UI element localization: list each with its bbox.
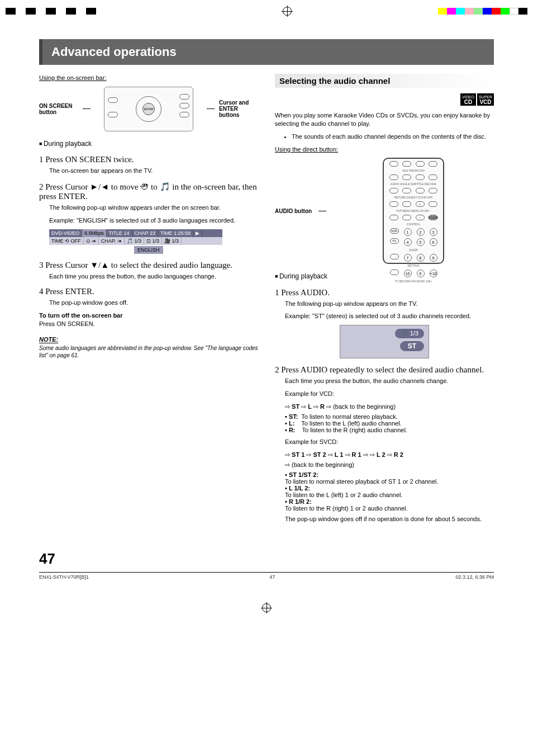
osd-cell: CHAP 23	[132, 229, 158, 237]
footer-mid: 47	[269, 574, 275, 580]
left-step1-heading: 1 Press ON SCREEN twice.	[39, 155, 258, 164]
callout-line	[318, 211, 326, 211]
osd-cell: ⊙ ➔	[84, 237, 99, 245]
left-step4-text: The pop-up window goes off.	[49, 299, 258, 307]
onscreen-button-label: ON SCREEN button	[39, 103, 78, 115]
audio-button-icon	[389, 188, 398, 193]
turnoff-text: Press ON SCREEN.	[39, 320, 258, 328]
note-heading: NOTE:	[39, 336, 58, 343]
svcd-sequence-2: ⇨ (back to the beginning)	[285, 461, 494, 469]
choice-button-icon	[108, 112, 118, 117]
mark-blocks-left	[6, 8, 136, 15]
list-item: ST: To listen to normal stereo playback.	[285, 413, 494, 420]
intro-bullet: The sounds of each audio channel depends…	[292, 133, 494, 141]
osd-cell: 🎥 1/3	[162, 237, 182, 245]
list-item: L 1/L 2:To listen to the L (left) 1 or 2…	[285, 485, 494, 498]
during-playback-left: During playback	[39, 139, 258, 148]
right-step1-text1: The following pop-up window appears on t…	[285, 300, 494, 308]
osd-cell: CHAP. ➔	[99, 237, 125, 245]
right-step2-heading: 2 Press AUDIO repeatedly to select the d…	[275, 365, 494, 375]
popup-channel: ST	[400, 341, 424, 351]
left-column: Using the on-screen bar: ON SCREEN butto…	[39, 74, 258, 528]
left-step3-text: Each time you press the button, the audi…	[49, 272, 258, 281]
left-step2-text2: Example: "ENGLISH" is selected out of 3 …	[49, 216, 258, 225]
badge-video-cd: VIDEOCD	[460, 93, 476, 106]
osd-bar-bottom: TIME ⟲ OFF ⊙ ➔ CHAP. ➔ 🎵 1/3 ⊡ 1/3 🎥 1/3	[49, 237, 222, 245]
rec-button-icon	[179, 103, 189, 108]
section-title: Selecting the audio channel	[275, 74, 494, 88]
osd-cell: ▶	[193, 229, 202, 237]
page-number: 47	[39, 550, 494, 568]
badge-super-vcd: SUPERVCD	[477, 93, 494, 106]
right-column: Selecting the audio channel VIDEOCD SUPE…	[275, 74, 494, 528]
svcd-sequence-1: ⇨ ST 1 ⇨ ST 2 ⇨ L 1 ⇨ R 1 ⇨ ⇨ L 2 ⇨ R 2	[285, 451, 494, 459]
right-step2-text: Each time you press the button, the audi…	[285, 377, 494, 385]
note-body: Some audio languages are abbreviated in …	[39, 344, 258, 359]
rds-button-icon	[179, 112, 189, 117]
osd-cell: TITLE 14	[107, 229, 132, 237]
media-badges: VIDEOCD SUPERVCD	[275, 93, 494, 106]
list-item: ST 1/ST 2:To listen to normal stereo pla…	[285, 471, 494, 485]
left-step2-text1: The following pop-up window appears unde…	[49, 204, 258, 212]
language-tag: ENGLISH	[134, 246, 163, 254]
audio-button-label: AUDIO button	[275, 208, 312, 214]
list-item: R 1/R 2:To listen to the R (right) 1 or …	[285, 498, 494, 512]
remote-diagram: AUX FM/AM DVD AUDIO ANGLE SUBTITLE DECOD…	[383, 158, 444, 264]
using-direct-heading: Using the direct button:	[275, 145, 494, 154]
dvr-button-icon	[179, 94, 189, 100]
printer-marks-top	[0, 0, 533, 22]
left-step2-heading: 2 Press Cursor ►/◄ to move 🖑 to 🎵 in the…	[39, 182, 258, 201]
on-screen-button-icon	[108, 97, 118, 103]
osd-cell: DVD-VIDEO	[49, 229, 82, 237]
footer: EN41-54TH-V70R[B]1 47 02.3.12, 6:36 PM	[39, 572, 494, 580]
list-item: L: To listen to the L (left) audio chann…	[285, 420, 494, 427]
left-step3-heading: 3 Press Cursor ▼/▲ to select the desired…	[39, 261, 258, 270]
osd-cell: ⊡ 1/3	[144, 237, 162, 245]
page-body: Advanced operations Using the on-screen …	[0, 22, 533, 597]
vcd-sequence: ⇨ ST ⇨ L ⇨ R ⇨ (back to the beginning)	[285, 403, 494, 411]
popup-counter: 🎵 1/3	[395, 329, 424, 338]
osd-cell: 8.5Mbps	[82, 229, 107, 237]
turnoff-heading: To turn off the on-screen bar	[39, 311, 258, 320]
registration-mark-icon	[262, 603, 271, 612]
cursor-enter-label: Cursor and ENTER buttons	[219, 100, 258, 118]
list-item: R: To listen to the R (right) audio chan…	[285, 427, 494, 433]
remote-cursor-diagram: ENTER	[104, 87, 193, 131]
enter-button-icon: ENTER	[142, 103, 155, 115]
registration-mark-icon	[283, 7, 292, 16]
chapter-title: Advanced operations	[39, 39, 494, 65]
popup-window: 🎵 1/3 ST	[340, 325, 429, 358]
osd-bar-top: DVD-VIDEO 8.5Mbps TITLE 14 CHAP 23 TIME …	[49, 229, 222, 237]
color-blocks-right	[438, 8, 527, 15]
example-vcd-heading: Example for VCD:	[285, 390, 494, 398]
using-onscreen-bar-heading: Using the on-screen bar:	[39, 74, 258, 82]
osd-cell: TIME ⟲ OFF	[49, 237, 84, 245]
osd-cell: 🎵 1/3	[125, 237, 144, 245]
left-step1-text: The on-screen bar appears on the TV.	[49, 167, 258, 175]
closing-text: The pop-up window goes off if no operati…	[285, 515, 494, 523]
right-step1-text2: Example: "ST" (stereo) is selected out o…	[285, 312, 494, 320]
intro-text: When you play some Karaoke Video CDs or …	[275, 111, 494, 128]
osd-cell: TIME 1:25:58	[158, 229, 193, 237]
footer-left: EN41-54TH-V70R[B]1	[39, 574, 89, 580]
example-svcd-heading: Example for SVCD:	[285, 438, 494, 446]
printer-marks-bottom	[0, 597, 533, 619]
left-step4-heading: 4 Press ENTER.	[39, 287, 258, 296]
right-step1-heading: 1 Press AUDIO.	[275, 288, 494, 297]
footer-right: 02.3.12, 6:36 PM	[455, 574, 494, 580]
